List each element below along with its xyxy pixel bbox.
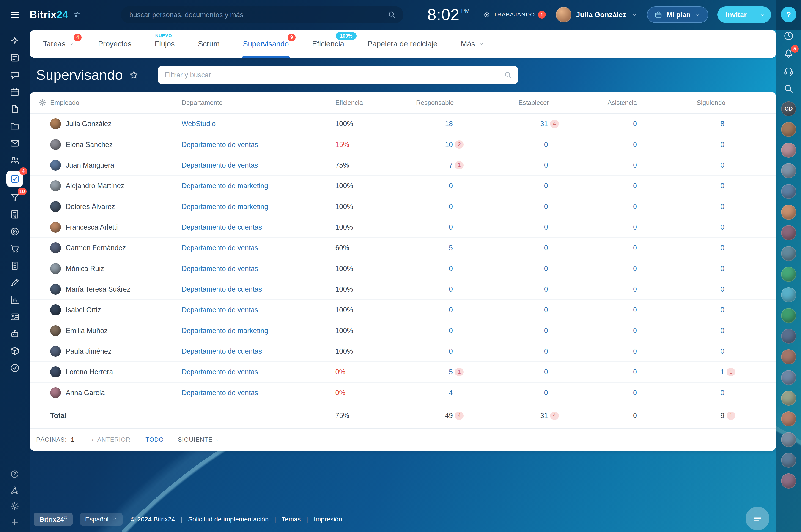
- metric-value[interactable]: 0: [449, 327, 453, 335]
- tab-m-s[interactable]: Más: [461, 30, 484, 58]
- employee-name[interactable]: Elena Sanchez: [66, 140, 113, 149]
- metric-value[interactable]: 7: [449, 161, 453, 169]
- employee-name[interactable]: Dolores Álvarez: [66, 203, 115, 211]
- sidebar-item-mail[interactable]: [7, 136, 22, 150]
- contact-avatar[interactable]: [781, 411, 796, 426]
- employee-row[interactable]: Carmen Fernández Departamento de ventas …: [30, 238, 776, 259]
- employee-name[interactable]: Alejandro Martínez: [66, 182, 124, 190]
- main-menu-button[interactable]: [0, 10, 30, 20]
- metric-value[interactable]: 0: [544, 327, 548, 335]
- contact-avatar[interactable]: [781, 142, 796, 157]
- metric-value[interactable]: 0: [633, 140, 637, 149]
- bitrix24-logo[interactable]: Bitrix24: [30, 9, 68, 21]
- department-link[interactable]: Departamento de ventas: [182, 161, 258, 169]
- column-header-3[interactable]: Responsable: [408, 99, 463, 107]
- employee-row[interactable]: Emilia Muñoz Departamento de marketing 1…: [30, 321, 776, 341]
- sidebar-item-employees[interactable]: [7, 154, 22, 167]
- department-link[interactable]: Departamento de ventas: [182, 389, 258, 397]
- invite-dropdown[interactable]: [753, 12, 771, 18]
- global-search-input[interactable]: [129, 11, 387, 19]
- filter-input[interactable]: [165, 71, 504, 79]
- show-all-button[interactable]: TODO: [145, 436, 164, 443]
- metric-value[interactable]: 0: [544, 182, 548, 190]
- sidebar-item-settings[interactable]: [8, 500, 21, 512]
- department-link[interactable]: Departamento de ventas: [182, 368, 258, 376]
- metric-value[interactable]: 8: [721, 120, 725, 128]
- sidebar-item-calendar[interactable]: [7, 86, 22, 99]
- metric-value[interactable]: 0: [721, 306, 725, 314]
- prev-page-button[interactable]: ‹ ANTERIOR: [92, 436, 131, 443]
- department-link[interactable]: Departamento de marketing: [182, 327, 268, 335]
- employee-name[interactable]: Emilia Muñoz: [66, 327, 108, 335]
- metric-value[interactable]: 31: [540, 120, 548, 128]
- employee-name[interactable]: Juan Manguera: [66, 161, 114, 169]
- sidebar-item-marketing[interactable]: [7, 225, 22, 238]
- sidebar-item-network[interactable]: [8, 484, 21, 496]
- department-link[interactable]: Departamento de ventas: [182, 306, 258, 314]
- employee-row[interactable]: Isabel Ortiz Departamento de ventas 100%…: [30, 300, 776, 321]
- rail-search-button[interactable]: [783, 83, 794, 94]
- employee-name[interactable]: Francesca Arletti: [66, 223, 118, 231]
- language-selector[interactable]: Español: [80, 513, 123, 526]
- employee-row[interactable]: Juan Manguera Departamento de ventas 75%…: [30, 155, 776, 175]
- employee-name[interactable]: María Teresa Suárez: [66, 285, 130, 293]
- metric-value[interactable]: 0: [721, 347, 725, 355]
- metric-value[interactable]: 0: [544, 368, 548, 376]
- sidebar-item-messenger[interactable]: [7, 68, 22, 82]
- metric-value[interactable]: 4: [449, 389, 453, 397]
- column-header-4[interactable]: Establecer: [463, 99, 558, 107]
- employee-row[interactable]: Anna García Departamento de ventas 0% 4 …: [30, 382, 776, 403]
- metric-value[interactable]: 0: [544, 347, 548, 355]
- employee-name[interactable]: Paula Jiménez: [66, 347, 112, 355]
- contact-avatar[interactable]: [781, 122, 796, 137]
- department-link[interactable]: Departamento de cuentas: [182, 285, 262, 293]
- employee-name[interactable]: Isabel Ortiz: [66, 306, 101, 314]
- metric-value[interactable]: 0: [544, 265, 548, 273]
- employee-row[interactable]: Francesca Arletti Departamento de cuenta…: [30, 217, 776, 238]
- column-header-0[interactable]: Empleado: [50, 99, 182, 107]
- department-link[interactable]: Departamento de marketing: [182, 203, 268, 210]
- department-link[interactable]: Departamento de marketing: [182, 182, 268, 190]
- contact-avatar[interactable]: [781, 432, 796, 447]
- rail-notifications-button[interactable]: 5: [783, 48, 794, 59]
- tab-eficiencia[interactable]: 100%Eficiencia: [312, 30, 344, 58]
- sidebar-item-copilot[interactable]: [7, 34, 22, 48]
- contact-avatar[interactable]: [781, 308, 796, 323]
- metric-value[interactable]: 0: [721, 327, 725, 335]
- filter-bar[interactable]: [158, 66, 518, 84]
- rail-history-button[interactable]: [783, 31, 794, 41]
- sidebar-item-automation[interactable]: [7, 327, 22, 341]
- metric-value[interactable]: 0: [633, 223, 637, 231]
- page-number[interactable]: 1: [71, 436, 75, 443]
- metric-value[interactable]: 0: [544, 223, 548, 231]
- department-link[interactable]: Departamento de ventas: [182, 140, 258, 148]
- footer-link[interactable]: Impresión: [314, 515, 342, 523]
- footer-link[interactable]: Solicitud de implementación: [188, 515, 269, 523]
- metric-value[interactable]: 5: [449, 244, 453, 252]
- contact-avatar[interactable]: [781, 453, 796, 468]
- metric-value[interactable]: 0: [449, 265, 453, 273]
- tab-flujos[interactable]: NUEVOFlujos: [154, 30, 175, 58]
- contact-avatar[interactable]: [781, 163, 796, 178]
- table-settings-gear[interactable]: [35, 98, 50, 107]
- next-page-button[interactable]: SIGUIENTE ›: [178, 436, 218, 443]
- column-header-6[interactable]: Siguiendo: [640, 99, 776, 107]
- metric-value[interactable]: 0: [544, 306, 548, 314]
- tab-proyectos[interactable]: Proyectos: [98, 30, 131, 58]
- sidebar-item-sales[interactable]: [7, 242, 22, 255]
- metric-value[interactable]: 0: [721, 265, 725, 273]
- employee-name[interactable]: Lorena Herrera: [66, 368, 113, 376]
- sidebar-item-sign[interactable]: [7, 276, 22, 289]
- employee-row[interactable]: María Teresa Suárez Departamento de cuen…: [30, 279, 776, 300]
- department-link[interactable]: Departamento de ventas: [182, 244, 258, 251]
- employee-row[interactable]: Paula Jiménez Departamento de cuentas 10…: [30, 341, 776, 362]
- contact-avatar[interactable]: [781, 225, 796, 240]
- department-link[interactable]: Departamento de cuentas: [182, 223, 262, 231]
- metric-value[interactable]: 0: [721, 182, 725, 190]
- chat-widget-button[interactable]: [746, 507, 769, 530]
- metric-value[interactable]: 0: [544, 244, 548, 252]
- sidebar-item-tasks[interactable]: 4: [6, 171, 23, 187]
- column-header-2[interactable]: Eficiencia: [335, 99, 407, 107]
- metric-value[interactable]: 0: [449, 306, 453, 314]
- sidebar-item-crm[interactable]: 10: [7, 191, 22, 204]
